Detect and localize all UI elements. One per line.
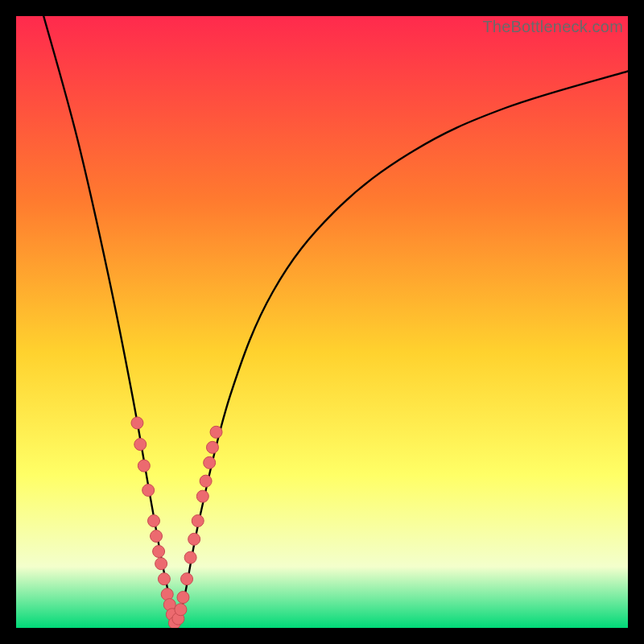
data-marker bbox=[138, 460, 150, 472]
data-marker bbox=[192, 515, 204, 527]
gradient-background bbox=[16, 16, 628, 628]
data-marker bbox=[177, 592, 189, 604]
data-marker bbox=[158, 573, 170, 585]
data-marker bbox=[181, 573, 193, 585]
data-marker bbox=[188, 533, 200, 545]
data-marker bbox=[142, 485, 155, 497]
data-marker bbox=[155, 558, 167, 570]
data-marker bbox=[184, 551, 196, 564]
bottleneck-curve-chart bbox=[16, 16, 628, 628]
data-marker bbox=[175, 604, 187, 616]
data-marker bbox=[210, 426, 222, 438]
data-marker bbox=[134, 439, 147, 451]
data-marker bbox=[206, 441, 218, 453]
data-marker bbox=[131, 417, 143, 429]
chart-frame: TheBottleneck.com bbox=[16, 16, 628, 628]
data-marker bbox=[148, 515, 160, 527]
data-marker bbox=[200, 475, 212, 487]
data-marker bbox=[204, 456, 216, 469]
data-marker bbox=[153, 546, 165, 558]
data-marker bbox=[196, 490, 208, 502]
watermark-text: TheBottleneck.com bbox=[482, 18, 623, 36]
data-marker bbox=[151, 530, 163, 543]
